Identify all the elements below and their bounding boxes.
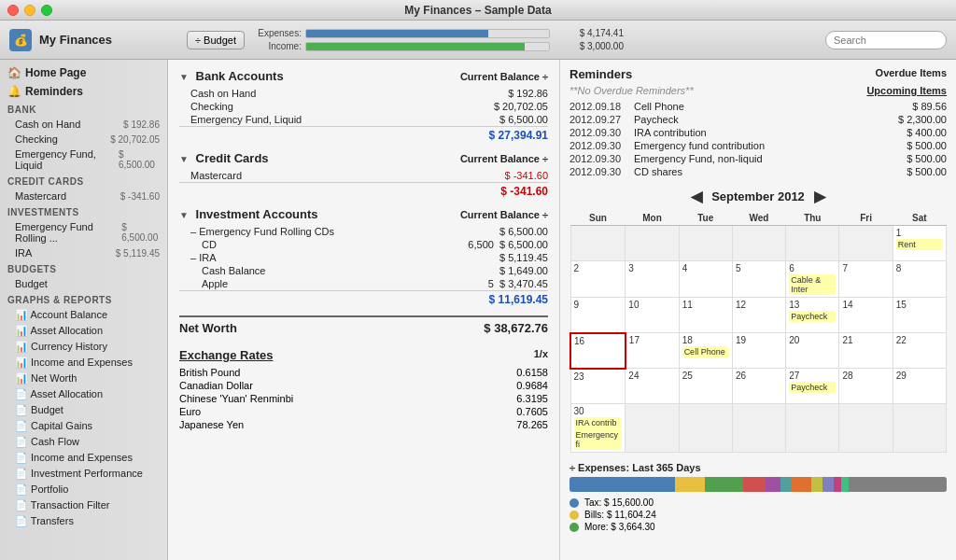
reminder-row-4: 2012.09.30 Emergency Fund, non-liquid $ … xyxy=(569,152,947,165)
calendar-day-number: 18 xyxy=(682,335,729,345)
calendar-cell[interactable]: 11 xyxy=(679,298,732,333)
sidebar-item-income-expenses-graph[interactable]: 📊 Income and Expenses xyxy=(0,355,167,371)
calendar-event[interactable]: Rent xyxy=(896,239,943,250)
calendar-cell[interactable]: 19 xyxy=(732,333,785,369)
sidebar-item-transfers[interactable]: 📄 Transfers xyxy=(0,513,167,529)
calendar-cell[interactable]: 5 xyxy=(732,261,785,298)
bank-row-emergency[interactable]: Emergency Fund, Liquid $ 6,500.00 xyxy=(179,113,548,126)
calendar-cell[interactable]: 8 xyxy=(893,261,946,298)
cal-prev-button[interactable]: ◀ xyxy=(691,188,702,205)
calendar-cell[interactable]: 25 xyxy=(679,369,732,404)
sidebar-item-asset-alloc-graph[interactable]: 📊 Asset Allocation xyxy=(0,323,167,339)
home-icon: 🏠 xyxy=(7,66,21,79)
calendar-cell[interactable]: 14 xyxy=(839,298,893,333)
calendar-cell[interactable]: 29 xyxy=(893,369,946,404)
sidebar-item-portfolio[interactable]: 📄 Portfolio xyxy=(0,482,167,497)
investment-triangle[interactable]: ▼ xyxy=(179,210,189,220)
invest-row-apple[interactable]: Apple 5 $ 3,470.45 xyxy=(179,277,548,290)
right-panel: Reminders Overdue Items **No Overdue Rem… xyxy=(560,60,956,560)
calendar-event[interactable]: Emergency fi xyxy=(574,429,623,450)
sidebar-item-reminders[interactable]: 🔔 Reminders xyxy=(0,82,167,101)
sidebar-item-income-expenses-report[interactable]: 📄 Income and Expenses xyxy=(0,450,167,466)
calendar-cell[interactable]: 17 xyxy=(626,333,679,369)
maximize-button[interactable] xyxy=(41,5,52,16)
calendar-event[interactable]: Cell Phone xyxy=(682,346,729,357)
credit-triangle[interactable]: ▼ xyxy=(179,154,189,164)
credit-row-mastercard[interactable]: Mastercard $ -341.60 xyxy=(179,169,548,182)
app-title: My Finances xyxy=(39,33,112,47)
budget-button[interactable]: ÷ Budget xyxy=(187,31,245,49)
expense-bar-segment xyxy=(705,477,742,492)
calendar-cell[interactable]: 28 xyxy=(839,369,893,404)
calendar-cell[interactable]: 9 xyxy=(570,298,626,333)
calendar-cell xyxy=(732,226,785,261)
invest-row-efrolling[interactable]: – Emergency Fund Rolling CDs $ 6,500.00 xyxy=(179,225,548,238)
sidebar-item-cash-flow[interactable]: 📄 Cash Flow xyxy=(0,434,167,450)
calendar-event[interactable]: Paycheck xyxy=(789,311,836,322)
invest-row-ira[interactable]: – IRA $ 5,119.45 xyxy=(179,251,548,264)
bank-row-cash[interactable]: Cash on Hand $ 192.86 xyxy=(179,87,548,100)
calendar-day-number: 13 xyxy=(789,300,836,310)
bank-row-checking[interactable]: Checking $ 20,702.05 xyxy=(179,100,548,113)
calendar-cell[interactable]: 13Paycheck xyxy=(786,298,839,333)
calendar-event[interactable]: IRA contrib xyxy=(574,417,623,428)
calendar-cell[interactable]: 27Paycheck xyxy=(786,369,839,404)
sidebar-item-cash[interactable]: Cash on Hand $ 192.86 xyxy=(0,117,167,132)
sidebar-item-homepage[interactable]: 🏠 Home Page xyxy=(0,63,167,82)
sidebar-item-checking[interactable]: Checking $ 20,702.05 xyxy=(0,132,167,147)
legend-bills: Bills: $ 11,604.24 xyxy=(569,510,947,520)
calendar-cell[interactable]: 21 xyxy=(839,333,893,369)
legend-more-label: More: $ 3,664.30 xyxy=(584,522,655,532)
sidebar-item-currency-history[interactable]: 📊 Currency History xyxy=(0,339,167,355)
calendar-event[interactable]: Cable & Inter xyxy=(789,274,836,295)
calendar-cell[interactable]: 26 xyxy=(732,369,785,404)
sidebar-item-efrolling[interactable]: Emergency Fund Rolling ... $ 6,500.00 xyxy=(0,219,167,245)
sidebar-item-mastercard[interactable]: Mastercard $ -341.60 xyxy=(0,189,167,203)
invest-row-cash[interactable]: Cash Balance $ 1,649.00 xyxy=(179,264,548,277)
calendar-cell[interactable]: 22 xyxy=(893,333,946,369)
calendar-cell[interactable]: 3 xyxy=(626,261,679,298)
search-input[interactable] xyxy=(825,31,947,49)
sidebar-item-investment-perf[interactable]: 📄 Investment Performance xyxy=(0,466,167,482)
close-button[interactable] xyxy=(7,5,19,16)
calendar-day-number: 22 xyxy=(896,335,943,345)
invest-row-cd[interactable]: CD 6,500 $ 6,500.00 xyxy=(179,238,548,251)
expense-bar-segment xyxy=(811,477,822,492)
expense-bar-segment xyxy=(675,477,705,492)
cal-th-wed: Wed xyxy=(732,211,785,226)
minimize-button[interactable] xyxy=(24,5,35,16)
cal-next-button[interactable]: ▶ xyxy=(814,188,825,205)
sidebar-item-asset-alloc-report[interactable]: 📄 Asset Allocation xyxy=(0,386,167,402)
calendar-cell[interactable]: 10 xyxy=(626,298,679,333)
calendar-cell[interactable]: 18Cell Phone xyxy=(679,333,732,369)
sidebar-label-reminders: Reminders xyxy=(25,85,83,98)
calendar-cell[interactable]: 23 xyxy=(570,369,626,404)
calendar-cell[interactable]: 30IRA contribEmergency fi xyxy=(570,404,626,453)
calendar-cell[interactable]: 16 xyxy=(570,333,626,369)
sidebar-item-budget[interactable]: Budget xyxy=(0,276,167,291)
calendar-cell[interactable]: 15 xyxy=(893,298,946,333)
sidebar-section-budgets: BUDGETS xyxy=(0,260,167,276)
calendar-cell[interactable]: 7 xyxy=(839,261,893,298)
reminder-row-2: 2012.09.30 IRA contribution $ 400.00 xyxy=(569,126,947,139)
calendar-cell[interactable]: 1Rent xyxy=(893,226,946,261)
sidebar-item-ira[interactable]: IRA $ 5,119.45 xyxy=(0,245,167,260)
calendar-day-number: 27 xyxy=(789,371,836,381)
expenses-bar-track xyxy=(305,29,550,38)
calendar-event[interactable]: Paycheck xyxy=(789,382,836,393)
calendar-cell[interactable]: 24 xyxy=(626,369,679,404)
sidebar-item-budget-report[interactable]: 📄 Budget xyxy=(0,402,167,418)
bank-triangle[interactable]: ▼ xyxy=(179,72,189,82)
calendar-cell[interactable]: 12 xyxy=(732,298,785,333)
sidebar-item-account-balance[interactable]: 📊 Account Balance xyxy=(0,307,167,323)
sidebar-item-networth-graph[interactable]: 📊 Net Worth xyxy=(0,371,167,386)
sidebar-item-capital-gains[interactable]: 📄 Capital Gains xyxy=(0,418,167,434)
calendar-day-number: 30 xyxy=(574,406,623,416)
calendar-cell xyxy=(679,404,732,453)
sidebar-item-emergency-liquid[interactable]: Emergency Fund, Liquid $ 6,500.00 xyxy=(0,147,167,173)
calendar-cell[interactable]: 6Cable & Inter xyxy=(786,261,839,298)
sidebar-item-transaction-filter[interactable]: 📄 Transaction Filter xyxy=(0,497,167,513)
calendar-cell[interactable]: 2 xyxy=(570,261,626,298)
calendar-cell[interactable]: 20 xyxy=(786,333,839,369)
calendar-cell[interactable]: 4 xyxy=(679,261,732,298)
